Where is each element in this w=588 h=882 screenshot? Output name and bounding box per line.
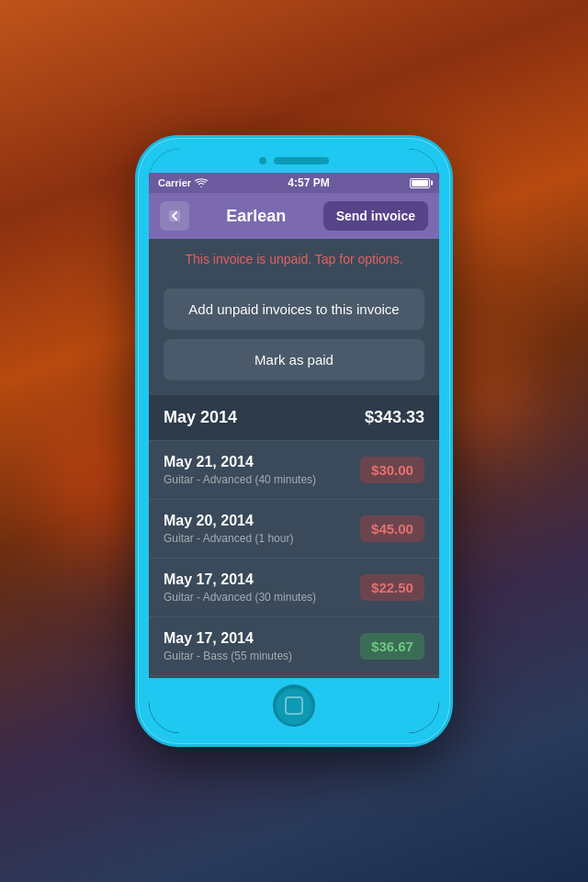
status-right [410, 178, 430, 188]
back-button[interactable] [160, 201, 189, 231]
nav-title: Earlean [226, 207, 286, 226]
screen: Carrier 4:57 PM [149, 173, 439, 678]
battery-icon [410, 178, 430, 188]
phone-top [149, 149, 439, 173]
invoice-left: May 17, 2014Guitar - Bass (55 minutes) [164, 630, 292, 662]
month-total: $343.33 [365, 408, 424, 427]
front-camera [259, 157, 266, 164]
invoice-date: May 17, 2014 [164, 630, 292, 647]
alert-text: This invoice is unpaid. Tap for options. [164, 252, 424, 266]
invoice-description: Guitar - Advanced (40 minutes) [164, 473, 316, 486]
invoice-amount: $36.67 [360, 633, 424, 660]
home-button-inner [285, 696, 303, 715]
invoice-item[interactable]: May 21, 2014Guitar - Advanced (40 minute… [149, 440, 439, 500]
invoice-item[interactable]: May 20, 2014Guitar - Advanced (1 hour)$4… [149, 500, 439, 559]
month-header: May 2014 $343.33 [149, 395, 439, 440]
invoice-left: May 21, 2014Guitar - Advanced (40 minute… [164, 454, 316, 486]
invoice-date: May 20, 2014 [164, 513, 293, 529]
invoice-left: May 17, 2014Guitar - Advanced (30 minute… [164, 571, 316, 604]
action-area: Add unpaid invoices to this invoice Mark… [149, 279, 439, 395]
invoice-item[interactable]: May 17, 2014Guitar - Advanced (30 minute… [149, 559, 439, 617]
status-left: Carrier [158, 177, 208, 188]
invoice-date: May 21, 2014 [164, 454, 316, 470]
invoice-date: May 17, 2014 [164, 571, 316, 588]
phone-shell: Carrier 4:57 PM [138, 138, 450, 744]
add-unpaid-button[interactable]: Add unpaid invoices to this invoice [164, 288, 424, 330]
invoice-description: Guitar - Advanced (1 hour) [164, 532, 293, 545]
invoice-list: May 21, 2014Guitar - Advanced (40 minute… [149, 440, 439, 678]
invoice-item[interactable]: May 17, 2014Guitar - Bass (55 minutes)$3… [149, 617, 439, 676]
invoice-amount: $30.00 [360, 457, 424, 483]
time-label: 4:57 PM [288, 176, 329, 189]
back-icon [167, 209, 182, 223]
status-bar: Carrier 4:57 PM [149, 173, 439, 193]
month-label: May 2014 [164, 408, 237, 427]
phone-bottom [149, 678, 439, 733]
carrier-label: Carrier [158, 177, 191, 188]
invoice-left: May 20, 2014Guitar - Advanced (1 hour) [164, 513, 293, 545]
invoice-description: Guitar - Bass (55 minutes) [164, 650, 292, 662]
invoice-description: Guitar - Advanced (30 minutes) [164, 591, 316, 604]
invoice-amount: $22.50 [360, 574, 424, 601]
mark-paid-button[interactable]: Mark as paid [164, 339, 424, 380]
wifi-icon [195, 178, 208, 187]
send-invoice-button[interactable]: Send invoice [323, 201, 428, 231]
home-button[interactable] [273, 684, 315, 727]
alert-banner[interactable]: This invoice is unpaid. Tap for options. [149, 239, 439, 279]
speaker-grille [274, 157, 329, 164]
nav-bar: Earlean Send invoice [149, 193, 439, 239]
invoice-amount: $45.00 [360, 515, 424, 542]
battery-fill [412, 180, 428, 187]
svg-rect-0 [169, 210, 180, 221]
